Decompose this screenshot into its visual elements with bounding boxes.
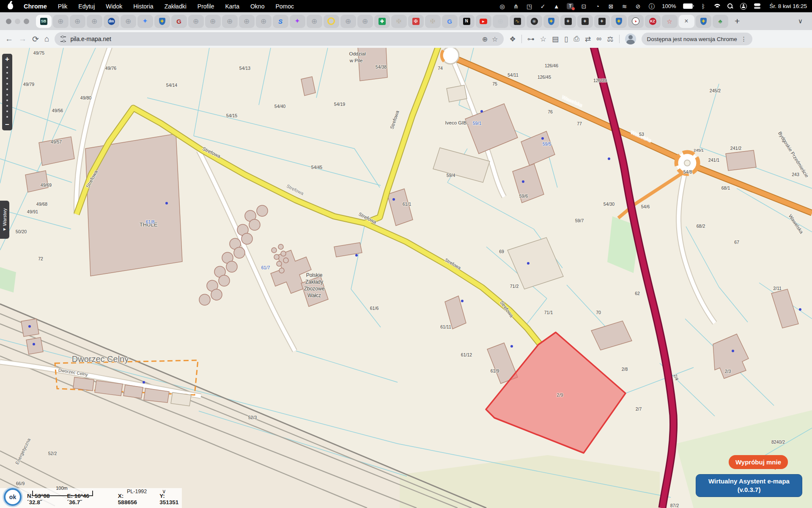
menu-item-chrome[interactable]: Chrome bbox=[18, 3, 52, 10]
pinned-tab-28-globefaded[interactable]: ⊕ bbox=[493, 15, 508, 28]
pinned-tab-25-gletter[interactable]: G bbox=[442, 15, 458, 28]
shopping-scale-icon[interactable]: ⚖ bbox=[607, 35, 613, 44]
forward-button[interactable]: → bbox=[19, 34, 27, 44]
map-viewport[interactable]: Oddziałw PileIveco GIB..THULEPolskieZakł… bbox=[0, 48, 812, 508]
menu-item-pomoc[interactable]: Pomoc bbox=[270, 3, 299, 10]
pinned-tab-7-sparkle[interactable]: ✦ bbox=[137, 15, 153, 28]
menu-item-profile[interactable]: Profile bbox=[192, 3, 220, 10]
control-center-icon[interactable] bbox=[754, 3, 760, 9]
apple-menu-icon[interactable] bbox=[8, 3, 13, 9]
address-bar[interactable]: pila.e-mapa.net ⊕ ☆ bbox=[55, 32, 504, 46]
menu-item-widok[interactable]: Widok bbox=[100, 3, 128, 10]
zoom-out-button[interactable]: − bbox=[5, 120, 9, 130]
pinned-tab-16-sparkle2[interactable]: ✦ bbox=[290, 15, 305, 28]
password-key-icon[interactable]: ⊶ bbox=[527, 35, 535, 44]
pinned-tab-1-sb[interactable]: SB bbox=[36, 15, 52, 28]
zoom-window-button[interactable] bbox=[24, 19, 29, 24]
zoom-level-dot[interactable] bbox=[6, 88, 8, 90]
pinned-tab-30-shieldcircle[interactable]: ◉ bbox=[527, 15, 542, 28]
pinned-tab-21-greencross[interactable]: ✚ bbox=[374, 15, 390, 28]
pinned-tab-14-globe[interactable]: ⊕ bbox=[256, 15, 272, 28]
translate-icon[interactable]: ⇄ bbox=[585, 35, 591, 44]
pinned-tab-38-scribblestar[interactable]: ☆ bbox=[662, 15, 678, 28]
pinned-tab-40-shield[interactable]: ✚ bbox=[696, 15, 711, 28]
ok-logo[interactable]: ok bbox=[4, 488, 22, 506]
zoom-level-slider[interactable] bbox=[6, 64, 8, 120]
pinned-tab-20-globe[interactable]: ⊕ bbox=[357, 15, 373, 28]
tag-icon[interactable]: ◳ bbox=[526, 3, 532, 9]
battery-icon[interactable] bbox=[683, 3, 693, 9]
layers-panel-toggle[interactable]: Warstwy ▶ bbox=[0, 201, 9, 239]
chrome-update-chip[interactable]: Dostępna jest nowa wersja Chrome ⋮ bbox=[642, 33, 752, 45]
mute-icon[interactable]: ⊘ bbox=[635, 3, 641, 9]
trash-icon[interactable]: ▯ bbox=[564, 35, 568, 44]
wifi-icon[interactable] bbox=[713, 4, 720, 9]
tab-overflow-chevron-icon[interactable]: ∨ bbox=[792, 17, 809, 25]
spotlight-search-icon[interactable] bbox=[727, 3, 733, 9]
virtual-assistant-button[interactable]: Wirtualny Asystent e-mapa (v.0.3.7) bbox=[696, 474, 802, 497]
zoom-level-dot[interactable] bbox=[6, 110, 8, 112]
clock-alert-icon[interactable]: ◔ bbox=[594, 3, 601, 9]
pinned-tab-35-shield[interactable]: ✚ bbox=[611, 15, 627, 28]
link-icon[interactable]: ∞ bbox=[596, 35, 601, 43]
pinned-tab-11-globe[interactable]: ⊕ bbox=[205, 15, 221, 28]
pinned-tab-9-gred[interactable]: G bbox=[171, 15, 187, 28]
pinned-tab-8-shield[interactable]: ✚ bbox=[154, 15, 170, 28]
pinned-tab-18-ring[interactable] bbox=[324, 15, 339, 28]
zoom-level-dot[interactable] bbox=[6, 99, 8, 101]
zoom-level-dot[interactable] bbox=[6, 66, 8, 68]
pinned-tab-23-redeagle[interactable]: ✠ bbox=[408, 15, 424, 28]
pinned-tab-41-trees[interactable]: ♣ bbox=[713, 15, 728, 28]
zoom-in-button[interactable]: + bbox=[5, 55, 9, 64]
pinned-tab-24-eagle[interactable]: ✠ bbox=[425, 15, 441, 28]
zoom-level-dot[interactable] bbox=[6, 83, 8, 85]
zoom-level-dot[interactable] bbox=[6, 116, 8, 118]
teams-icon[interactable]: T bbox=[567, 3, 573, 9]
pinned-tab-26-notion[interactable]: N bbox=[459, 15, 475, 28]
screen-error-icon[interactable]: ⊠ bbox=[608, 3, 614, 9]
zoom-level-dot[interactable] bbox=[6, 105, 8, 107]
reload-button[interactable]: ⟳ bbox=[32, 34, 39, 44]
extensions-puzzle-icon[interactable]: ❖ bbox=[509, 35, 516, 44]
menu-clock[interactable]: Śr. 8 kwi 16:25 bbox=[769, 3, 807, 9]
close-window-button[interactable] bbox=[6, 19, 11, 24]
assistant-cta-bubble[interactable]: Wypróbuj mnie bbox=[729, 455, 788, 469]
pinned-tab-10-globe[interactable]: ⊕ bbox=[188, 15, 204, 28]
pinned-tab-34-plusdark[interactable]: + bbox=[594, 15, 610, 28]
accessibility-icon[interactable]: ⓘ bbox=[648, 3, 655, 9]
pinned-tab-6-globe[interactable]: ⊕ bbox=[121, 15, 136, 28]
back-button[interactable]: ← bbox=[5, 34, 13, 44]
pinned-tab-15-sbolt[interactable]: S bbox=[273, 15, 288, 28]
menu-item-karta[interactable]: Karta bbox=[219, 3, 244, 10]
menu-item-zakładki[interactable]: Zakładki bbox=[159, 3, 192, 10]
pinned-tab-33-plusdark[interactable]: + bbox=[577, 15, 593, 28]
reading-list-icon[interactable]: ▤ bbox=[552, 35, 559, 44]
profile-avatar[interactable] bbox=[625, 33, 636, 44]
battery-percent-label[interactable]: 100% bbox=[662, 3, 676, 9]
minimize-window-button[interactable] bbox=[15, 19, 20, 24]
favorites-star-icon[interactable]: ☆ bbox=[540, 35, 546, 44]
zoom-level-dot[interactable] bbox=[6, 94, 8, 96]
fast-user-switch-icon[interactable] bbox=[740, 3, 747, 10]
pinned-tab-13-globe[interactable]: ⊕ bbox=[239, 15, 255, 28]
creative-cloud-icon[interactable]: ◎ bbox=[499, 3, 505, 9]
pinned-tab-31-shield[interactable]: ✚ bbox=[543, 15, 559, 28]
pinned-tab-19-globe[interactable]: ⊕ bbox=[340, 15, 356, 28]
pinned-tab-39-close[interactable]: × bbox=[679, 15, 694, 28]
url-text[interactable]: pila.e-mapa.net bbox=[70, 36, 111, 42]
pinned-tab-27-youtube[interactable]: ▶ bbox=[476, 15, 491, 28]
check-circle-icon[interactable]: ✓ bbox=[540, 3, 546, 9]
zoom-level-dot[interactable] bbox=[6, 77, 8, 79]
pinned-tab-3-globe[interactable]: ⊕ bbox=[70, 15, 85, 28]
pinned-tab-12-globe[interactable]: ⊕ bbox=[222, 15, 238, 28]
browser-menu-icon[interactable]: ⋮ bbox=[741, 36, 747, 42]
keys-icon[interactable]: ⋔ bbox=[513, 3, 519, 9]
site-settings-icon[interactable] bbox=[60, 36, 66, 42]
triangle-icon[interactable]: ▲ bbox=[553, 3, 560, 9]
pinned-tab-22-eagle[interactable]: ✠ bbox=[391, 15, 407, 28]
pinned-tab-2-globe[interactable]: ⊕ bbox=[53, 15, 69, 28]
bluetooth-icon[interactable]: ᛒ bbox=[700, 3, 706, 9]
pinned-tab-36-compass[interactable]: ▲ bbox=[628, 15, 644, 28]
pinned-tab-4-globe[interactable]: ⊕ bbox=[87, 15, 102, 28]
zoom-page-icon[interactable]: ⊕ bbox=[482, 35, 488, 43]
